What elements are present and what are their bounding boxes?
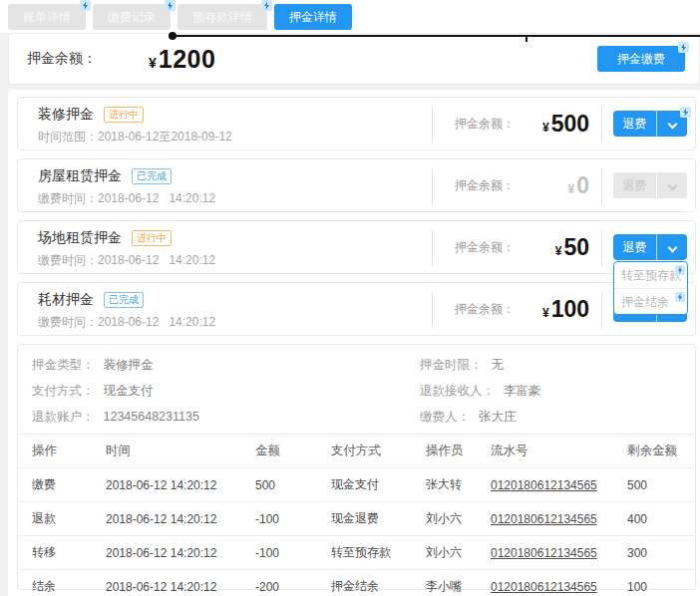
table-header: 操作 时间 金额 支付方式 操作员 流水号 剩余金额	[18, 434, 695, 467]
currency-symbol: ¥	[542, 121, 549, 135]
menu-item-deposit-settlement[interactable]: 押金结余	[614, 288, 687, 314]
field-deposit-type: 押金类型：装修押金	[32, 357, 420, 374]
card-time: 时间范围：2018-06-12至2018-09-12	[38, 129, 232, 146]
refund-dropdown-toggle	[656, 172, 687, 198]
annotation-tick	[525, 37, 527, 42]
status-badge: 进行中	[132, 230, 172, 246]
currency-symbol: ¥	[568, 182, 575, 196]
serial-number-link[interactable]: 0120180612134565	[491, 546, 597, 560]
serial-number-link[interactable]: 0120180612134565	[491, 478, 597, 492]
deposit-pay-button[interactable]: 押金缴费	[597, 46, 685, 72]
refund-button-group: 退费	[613, 111, 687, 137]
deposit-card-site-rental: 场地租赁押金 进行中 缴费时间：2018-06-12 14:20:12 押金余额…	[17, 220, 696, 274]
field-payment-method: 支付方式：现金支付	[32, 383, 420, 400]
card-balance-value: ¥50	[497, 234, 589, 261]
col-time: 时间	[106, 443, 255, 459]
flash-icon	[678, 42, 689, 53]
table-row: 结余 2018-06-12 14:20:12 -200 押金结余 李小嘴 012…	[18, 569, 695, 596]
card-balance-value: ¥100	[497, 296, 589, 323]
deposit-card-renovation: 装修押金 进行中 时间范围：2018-06-12至2018-09-12 押金余额…	[17, 97, 696, 150]
col-amount: 金额	[255, 443, 331, 459]
card-time: 缴费时间：2018-06-12 14:20:12	[38, 252, 215, 269]
card-title: 场地租赁押金	[38, 229, 122, 247]
flash-icon	[261, 0, 272, 11]
refund-dropdown-menu: 转至预存款 押金结余	[613, 261, 688, 315]
status-badge: 已完成	[104, 292, 144, 308]
menu-item-transfer-to-prepaid[interactable]: 转至预存款	[614, 262, 687, 288]
table-row: 缴费 2018-06-12 14:20:12 500 现金支付 张大转 0120…	[18, 467, 695, 501]
tab-label: 缴费记录	[108, 10, 156, 24]
flash-icon	[680, 107, 691, 118]
card-title: 耗材押金	[38, 291, 94, 309]
tab-label: 预存款详情	[192, 10, 252, 24]
serial-number-link[interactable]: 0120180612134565	[491, 512, 597, 526]
col-serial-number: 流水号	[491, 443, 627, 459]
tab-deposit-detail[interactable]: 押金详情	[274, 4, 352, 30]
card-title: 房屋租赁押金	[38, 167, 122, 185]
refund-dropdown-toggle[interactable]	[656, 111, 687, 137]
refund-button[interactable]: 退费	[613, 111, 656, 137]
refund-button: 退费	[613, 172, 656, 198]
card-balance-value: ¥500	[497, 111, 589, 138]
refund-button-group-disabled: 退费	[613, 172, 687, 198]
chevron-down-icon	[667, 120, 677, 130]
tab-bar: 账单详情 缴费记录 预存款详情 押金详情	[0, 0, 700, 33]
col-payment-method: 支付方式	[331, 443, 426, 459]
flash-icon	[165, 0, 175, 11]
card-time: 缴费时间：2018-06-12 14:20:12	[38, 190, 215, 207]
divider	[432, 107, 433, 143]
divider	[601, 107, 602, 143]
serial-number-link[interactable]: 0120180612134565	[491, 580, 597, 594]
flash-icon	[80, 0, 91, 11]
divider	[432, 168, 433, 204]
divider	[432, 230, 433, 266]
flash-icon	[675, 265, 685, 275]
deposit-fields: 押金类型：装修押金 押金时限：无 支付方式：现金支付 退款接收人：李富豪 退款账…	[18, 345, 695, 434]
tab-bill-detail[interactable]: 账单详情	[8, 4, 86, 30]
balance-value: ¥1200	[149, 45, 215, 74]
tab-payment-records[interactable]: 缴费记录	[93, 4, 171, 30]
field-payer: 缴费人：张大庄	[420, 409, 695, 426]
card-balance-value: ¥0	[497, 172, 589, 199]
tab-prepaid-detail[interactable]: 预存款详情	[177, 4, 267, 30]
currency-symbol: ¥	[149, 55, 157, 71]
refund-dropdown-toggle[interactable]	[656, 234, 687, 260]
card-time: 缴费时间：2018-06-12 14:20:12	[38, 314, 215, 331]
main-panel: 装修押金 进行中 时间范围：2018-06-12至2018-09-12 押金余额…	[8, 90, 700, 596]
col-operation: 操作	[32, 443, 106, 459]
divider	[601, 230, 602, 266]
currency-symbol: ¥	[542, 306, 549, 320]
divider	[601, 168, 602, 204]
field-refund-account: 退款账户：12345648231135	[32, 409, 420, 426]
status-badge: 进行中	[104, 107, 144, 123]
currency-symbol: ¥	[555, 244, 562, 258]
chevron-down-icon	[667, 243, 677, 253]
divider	[432, 292, 433, 328]
deposit-card-house-rental: 房屋租赁押金 已完成 缴费时间：2018-06-12 14:20:12 押金余额…	[17, 158, 696, 212]
annotation-line	[173, 35, 700, 37]
flash-icon	[675, 292, 685, 302]
divider	[601, 292, 602, 328]
col-operator: 操作员	[426, 443, 491, 459]
col-remaining: 剩余金额	[627, 443, 695, 459]
field-refund-recipient: 退款接收人：李富豪	[420, 383, 695, 400]
card-title: 装修押金	[38, 106, 94, 124]
chevron-down-icon	[667, 181, 677, 191]
field-deposit-term: 押金时限：无	[420, 357, 695, 374]
balance-label: 押金余额：	[27, 50, 97, 68]
tab-label: 押金详情	[289, 10, 337, 24]
deposit-card-consumables: 耗材押金 已完成 缴费时间：2018-06-12 14:20:12 押金余额： …	[17, 282, 696, 336]
status-badge: 已完成	[132, 168, 172, 184]
table-row: 转移 2018-06-12 14:20:12 -100 转至预存款 刘小六 01…	[18, 535, 695, 569]
tab-label: 账单详情	[23, 10, 71, 24]
refund-button-group: 退费	[613, 234, 687, 260]
refund-button[interactable]: 退费	[613, 234, 656, 260]
deposit-balance-header: 押金余额： ¥1200 押金缴费	[8, 33, 700, 85]
table-row: 退款 2018-06-12 14:20:12 -100 现金退费 刘小六 012…	[18, 501, 695, 535]
deposit-detail-section: 押金类型：装修押金 押金时限：无 支付方式：现金支付 退款接收人：李富豪 退款账…	[17, 344, 696, 590]
deposit-detail-page: 账单详情 缴费记录 预存款详情 押金详情 押金余额： ¥1200 押金缴费	[0, 0, 700, 596]
